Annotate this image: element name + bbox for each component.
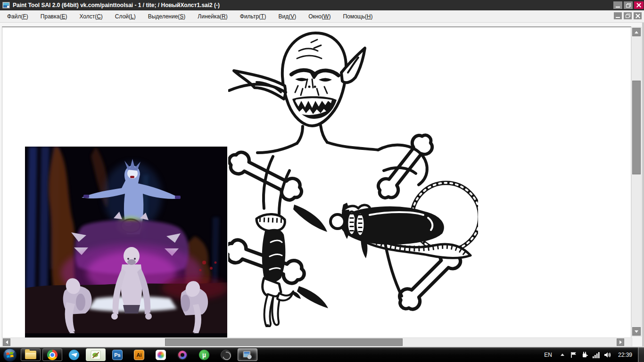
taskbar-telegram[interactable]	[63, 347, 85, 362]
line-art-image	[228, 29, 478, 327]
scroll-down-button[interactable]	[632, 327, 641, 336]
action-center-button[interactable]	[568, 347, 579, 362]
close-icon	[636, 14, 640, 18]
taskbar-color-app[interactable]	[150, 347, 172, 362]
minimize-icon	[616, 7, 620, 8]
work-area	[0, 23, 644, 347]
taskbar-chrome[interactable]	[41, 347, 63, 362]
taskbar-palette-app[interactable]	[172, 347, 193, 362]
window-right-border	[642, 23, 644, 347]
start-button[interactable]	[0, 347, 20, 362]
horizontal-scrollbar[interactable]	[2, 337, 632, 347]
doc-restore-button[interactable]	[624, 12, 632, 19]
close-icon	[636, 3, 641, 8]
scroll-right-button[interactable]	[617, 338, 624, 346]
restore-button[interactable]	[624, 1, 633, 9]
titlebar: Paint Tool SAI 2.0 (64bit) vk.com/paintt…	[0, 0, 644, 10]
restore-icon	[626, 3, 631, 8]
palette-icon	[177, 350, 188, 360]
taskbar-obs[interactable]	[215, 347, 237, 362]
doc-minimize-button[interactable]	[614, 12, 622, 19]
chevron-up-icon	[561, 354, 564, 356]
menu-edit[interactable]: Правка(E)	[34, 11, 74, 22]
hidden-icons-button[interactable]	[557, 347, 568, 362]
window-title: Paint Tool SAI 2.0 (64bit) vk.com/paintt…	[13, 2, 220, 8]
utorrent-icon: µ	[199, 350, 209, 360]
taskbar-paint-app[interactable]	[85, 347, 107, 362]
volume-icon	[604, 352, 611, 358]
screen: Paint Tool SAI 2.0 (64bit) vk.com/paintt…	[0, 0, 644, 362]
raster-image	[25, 147, 227, 337]
doc-close-button[interactable]	[634, 12, 642, 19]
taskbar-illustrator[interactable]: Ai	[128, 347, 150, 362]
color-wheel-icon	[156, 350, 166, 360]
obs-icon	[221, 350, 231, 360]
illustrator-icon: Ai	[134, 350, 144, 360]
minimize-icon	[616, 17, 620, 18]
taskbar-utorrent[interactable]: µ	[193, 347, 215, 362]
scroll-left-button[interactable]	[3, 338, 10, 346]
clock[interactable]: 22:39	[613, 352, 638, 358]
menu-canvas[interactable]: Холст(C)	[73, 11, 108, 22]
plug-icon	[581, 351, 588, 358]
menu-layer[interactable]: Слой(L)	[109, 11, 142, 22]
system-tray: EN	[539, 347, 644, 362]
app-icon	[2, 2, 10, 8]
scroll-up-button[interactable]	[632, 28, 641, 36]
device-button[interactable]	[579, 347, 591, 362]
close-button[interactable]	[634, 1, 644, 9]
sai-document-icon	[243, 351, 252, 359]
flag-icon	[570, 352, 577, 358]
paint-app-icon	[91, 350, 101, 360]
volume-button[interactable]	[602, 347, 613, 362]
photoshop-icon: Ps	[112, 350, 123, 360]
taskbar-photoshop[interactable]: Ps	[107, 347, 128, 362]
horizontal-scrollbar-thumb[interactable]	[165, 338, 403, 346]
restore-icon	[626, 14, 630, 18]
menu-items: Файл(F) Правка(E) Холст(C) Слой(L) Выдел…	[0, 11, 379, 22]
taskbar-sai-window[interactable]	[237, 347, 258, 362]
menu-view[interactable]: Вид(V)	[272, 11, 302, 22]
menu-help[interactable]: Помощь(H)	[337, 11, 379, 22]
menu-ruler[interactable]: Линейка(R)	[191, 11, 233, 22]
taskbar-explorer[interactable]	[20, 347, 41, 362]
minimize-button[interactable]	[613, 1, 622, 9]
menu-filter[interactable]: Фильтр(T)	[234, 11, 272, 22]
start-orb-icon	[3, 348, 17, 362]
telegram-icon	[69, 350, 79, 360]
canvas-surface[interactable]	[2, 26, 631, 337]
arrow-up-icon	[635, 31, 638, 33]
arrow-down-icon	[635, 330, 638, 333]
network-button[interactable]	[591, 347, 602, 362]
menu-window[interactable]: Окно(W)	[302, 11, 337, 22]
titlebar-window-controls	[613, 1, 644, 9]
explorer-icon	[25, 351, 36, 359]
menubar-window-controls	[614, 12, 642, 19]
show-desktop-button[interactable]	[638, 347, 644, 362]
menu-selection[interactable]: Выделение(S)	[142, 11, 192, 22]
menu-file[interactable]: Файл(F)	[1, 11, 34, 22]
vertical-scrollbar[interactable]	[631, 27, 642, 337]
network-signal-icon	[593, 352, 600, 358]
arrow-right-icon	[619, 340, 622, 344]
chrome-icon	[47, 350, 58, 360]
arrow-left-icon	[6, 340, 8, 344]
vertical-scrollbar-thumb[interactable]	[632, 81, 641, 174]
language-indicator[interactable]: EN	[539, 352, 557, 358]
taskbar: Ps Ai µ	[0, 347, 644, 362]
menubar: Файл(F) Правка(E) Холст(C) Слой(L) Выдел…	[0, 10, 644, 23]
